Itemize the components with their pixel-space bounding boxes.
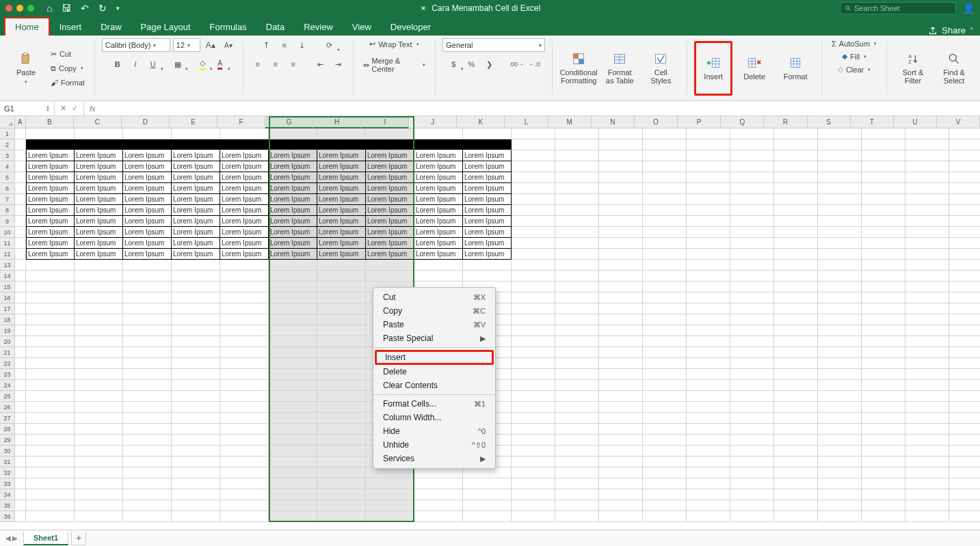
cell[interactable]	[15, 292, 26, 303]
cell[interactable]	[15, 271, 26, 282]
cell[interactable]	[599, 446, 643, 456]
cell[interactable]	[599, 347, 643, 358]
cell[interactable]	[599, 183, 643, 194]
cell[interactable]	[15, 161, 26, 172]
cell[interactable]	[687, 489, 730, 500]
cell[interactable]	[862, 511, 905, 522]
cell[interactable]	[599, 369, 643, 380]
format-painter-button[interactable]: 🖌Format	[48, 77, 88, 88]
cell[interactable]: Lorem Ipsum	[75, 161, 123, 172]
cell[interactable]: Lorem Ipsum	[26, 249, 75, 260]
cell[interactable]	[818, 402, 862, 413]
cell[interactable]	[687, 511, 730, 522]
cell[interactable]	[687, 128, 730, 139]
cell[interactable]	[862, 336, 905, 347]
column-header-V[interactable]: V	[937, 116, 980, 128]
cell[interactable]	[862, 314, 905, 325]
cancel-formula-icon[interactable]: ✕	[60, 104, 66, 113]
cell[interactable]: Lorem Ipsum	[123, 172, 172, 183]
cell[interactable]	[862, 150, 905, 161]
cell[interactable]	[818, 435, 862, 446]
cell[interactable]	[599, 380, 643, 391]
cell[interactable]	[15, 413, 26, 424]
cell[interactable]	[123, 435, 172, 446]
cell[interactable]	[730, 150, 774, 161]
cell[interactable]: Lorem Ipsum	[463, 238, 512, 249]
cell[interactable]: Lorem Ipsum	[463, 183, 512, 194]
cell[interactable]	[687, 391, 730, 402]
cell[interactable]	[905, 183, 949, 194]
cell[interactable]	[599, 391, 643, 402]
cell[interactable]: Lorem Ipsum	[123, 183, 172, 194]
cell[interactable]	[687, 358, 730, 369]
sheet-tab-sheet1[interactable]: Sheet1	[23, 532, 68, 545]
cell[interactable]	[687, 369, 730, 380]
row-header[interactable]: 26	[0, 402, 15, 413]
context-menu-item-copy[interactable]: Copy⌘C	[373, 304, 495, 318]
cell[interactable]: Lorem Ipsum	[414, 216, 463, 227]
cell[interactable]	[220, 500, 269, 511]
underline-button[interactable]: U	[146, 57, 161, 71]
cell[interactable]	[730, 282, 774, 292]
column-header-L[interactable]: L	[505, 116, 548, 128]
number-format-select[interactable]: General▾	[442, 38, 545, 52]
cell[interactable]	[949, 413, 980, 424]
cell[interactable]	[75, 271, 123, 282]
cell[interactable]: Lorem Ipsum	[123, 227, 172, 238]
cell[interactable]	[555, 314, 599, 325]
cell[interactable]	[643, 205, 687, 216]
cell[interactable]	[818, 183, 862, 194]
cell[interactable]	[512, 205, 555, 216]
cell[interactable]: Lorem Ipsum	[220, 183, 269, 194]
cell[interactable]	[15, 227, 26, 238]
cell[interactable]	[26, 358, 75, 369]
cell[interactable]	[862, 478, 905, 489]
cell[interactable]	[15, 282, 26, 292]
cell[interactable]	[555, 292, 599, 303]
cell[interactable]	[949, 216, 980, 227]
cell[interactable]	[599, 150, 643, 161]
cell[interactable]	[687, 216, 730, 227]
cell[interactable]	[905, 139, 949, 150]
autosum-button[interactable]: ΣAutoSum▾	[829, 38, 879, 49]
cell[interactable]	[123, 260, 172, 271]
row-header[interactable]: 36	[0, 511, 15, 522]
row-header[interactable]: 14	[0, 271, 15, 282]
cell[interactable]	[818, 446, 862, 456]
cell[interactable]	[599, 424, 643, 435]
cell[interactable]	[220, 424, 269, 435]
cell[interactable]	[599, 161, 643, 172]
cell[interactable]	[220, 314, 269, 325]
cell[interactable]	[862, 271, 905, 282]
cell[interactable]	[555, 303, 599, 314]
column-header-J[interactable]: J	[409, 116, 457, 128]
column-header-C[interactable]: C	[74, 116, 122, 128]
cell[interactable]	[687, 260, 730, 271]
cell[interactable]	[555, 194, 599, 205]
cell[interactable]: Lorem Ipsum	[220, 238, 269, 249]
cell[interactable]	[317, 369, 366, 380]
cell[interactable]: Lorem Ipsum	[75, 194, 123, 205]
cell[interactable]	[512, 172, 555, 183]
cell[interactable]	[220, 369, 269, 380]
cell[interactable]	[75, 128, 123, 139]
cell[interactable]	[862, 467, 905, 478]
cell[interactable]	[26, 402, 75, 413]
select-all-corner[interactable]	[0, 116, 15, 128]
cell[interactable]	[512, 139, 555, 150]
cell[interactable]	[15, 467, 26, 478]
cell[interactable]	[15, 249, 26, 260]
context-menu-item-column-width[interactable]: Column Width...	[373, 411, 495, 424]
cell[interactable]	[555, 282, 599, 292]
cell[interactable]	[220, 402, 269, 413]
cell[interactable]	[75, 303, 123, 314]
cell[interactable]: Lorem Ipsum	[26, 194, 75, 205]
cell[interactable]	[269, 139, 317, 150]
cell[interactable]	[463, 500, 512, 511]
cell[interactable]	[818, 227, 862, 238]
cell[interactable]	[123, 325, 172, 336]
cell[interactable]	[687, 303, 730, 314]
cell[interactable]	[15, 424, 26, 435]
cell[interactable]	[172, 260, 220, 271]
cell[interactable]	[905, 216, 949, 227]
